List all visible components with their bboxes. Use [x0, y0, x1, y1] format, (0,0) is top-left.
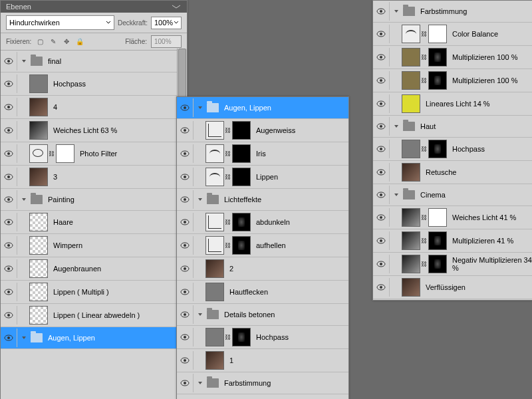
layer-thumbnail[interactable] — [29, 168, 48, 186]
layer-mask-thumbnail[interactable] — [232, 121, 251, 140]
link-icon[interactable]: ⛓ — [420, 261, 427, 267]
layer-thumbnail[interactable] — [29, 121, 48, 140]
layer-thumbnail[interactable] — [205, 121, 224, 140]
visibility-toggle[interactable] — [1, 144, 17, 163]
visibility-toggle[interactable] — [373, 94, 390, 113]
layer-row[interactable]: Hochpass — [1, 72, 187, 96]
visibility-toggle[interactable] — [1, 121, 17, 140]
layer-group[interactable]: Painting — [1, 189, 187, 211]
layer-thumbnail[interactable] — [402, 48, 420, 66]
visibility-toggle[interactable] — [373, 231, 390, 250]
layer-thumbnail[interactable] — [205, 144, 224, 163]
layer-mask-thumbnail[interactable] — [428, 25, 447, 43]
layer-group[interactable]: final — [1, 51, 187, 72]
link-icon[interactable]: ⛓ — [420, 214, 427, 221]
visibility-toggle[interactable] — [177, 190, 194, 209]
twirl-toggle[interactable] — [196, 105, 204, 110]
lock-all-icon[interactable]: 🔒 — [75, 37, 84, 47]
link-icon[interactable]: ⛓ — [224, 127, 231, 134]
visibility-toggle[interactable] — [373, 117, 390, 136]
visibility-toggle[interactable] — [1, 190, 17, 209]
visibility-toggle[interactable] — [177, 144, 194, 163]
layer-mask-thumbnail[interactable] — [232, 236, 251, 255]
layer-mask-thumbnail[interactable] — [56, 144, 74, 163]
layer-row[interactable]: Retusche — [373, 161, 532, 184]
layer-thumbnail[interactable] — [29, 306, 48, 325]
fill-input[interactable]: 100% — [151, 35, 182, 48]
visibility-toggle[interactable] — [373, 278, 390, 297]
layer-mask-thumbnail[interactable] — [428, 140, 447, 158]
lock-brush-icon[interactable]: ✎ — [49, 37, 58, 47]
layer-group[interactable]: Details betonen — [177, 304, 348, 326]
layer-group[interactable]: Augen, Lippen — [177, 97, 348, 119]
layer-row[interactable]: ⛓Hochpass — [373, 138, 532, 161]
layer-mask-thumbnail[interactable] — [428, 255, 447, 273]
layer-thumbnail[interactable] — [29, 236, 48, 255]
layer-thumbnail[interactable] — [402, 94, 420, 113]
layer-thumbnail[interactable] — [29, 74, 48, 93]
layer-row[interactable]: ⛓aufhellen — [177, 234, 348, 257]
visibility-toggle[interactable] — [1, 168, 17, 186]
twirl-toggle[interactable] — [20, 59, 28, 64]
layer-thumbnail[interactable] — [205, 351, 224, 370]
layer-thumbnail[interactable] — [29, 259, 48, 278]
layer-group[interactable]: Farbstimmung — [177, 372, 348, 394]
visibility-toggle[interactable] — [177, 351, 194, 370]
layer-thumbnail[interactable] — [29, 213, 48, 231]
visibility-toggle[interactable] — [1, 283, 17, 301]
layer-row[interactable]: 4 — [1, 96, 187, 119]
visibility-toggle[interactable] — [1, 213, 17, 231]
visibility-toggle[interactable] — [1, 98, 17, 116]
layer-row[interactable]: ⛓Multiplizieren 100 % — [373, 46, 532, 69]
layer-row[interactable]: Verflüssigen — [373, 276, 532, 299]
visibility-toggle[interactable] — [177, 98, 194, 117]
layer-thumbnail[interactable] — [402, 25, 420, 43]
layer-row[interactable]: ⛓Hochpass — [177, 326, 348, 349]
layer-thumbnail[interactable] — [402, 278, 420, 297]
layer-thumbnail[interactable] — [205, 168, 224, 186]
layer-thumbnail[interactable] — [402, 163, 420, 182]
layer-row[interactable]: 3 — [1, 166, 187, 189]
layer-group[interactable]: Haut — [373, 116, 532, 138]
layer-row[interactable]: ⛓Weiches Licht 41 % — [373, 206, 532, 229]
layer-row[interactable]: 1 — [177, 349, 348, 372]
layer-mask-thumbnail[interactable] — [428, 231, 447, 250]
layer-row[interactable]: ⛓Photo Filter — [1, 142, 187, 166]
layer-row[interactable]: ⛓abdunkeln — [177, 211, 348, 234]
twirl-toggle[interactable] — [20, 197, 28, 202]
twirl-toggle[interactable] — [196, 197, 204, 202]
link-icon[interactable]: ⛓ — [420, 146, 427, 152]
layer-group[interactable]: Cinema — [373, 184, 532, 206]
layer-row[interactable]: ⛓Augenweiss — [177, 119, 348, 142]
twirl-toggle[interactable] — [392, 124, 400, 129]
layer-thumbnail[interactable] — [29, 98, 48, 116]
layer-thumbnail[interactable] — [402, 231, 420, 250]
link-icon[interactable]: ⛓ — [224, 219, 231, 225]
twirl-toggle[interactable] — [392, 9, 400, 14]
layer-thumbnail[interactable] — [205, 236, 224, 255]
layer-thumbnail[interactable] — [205, 213, 224, 231]
visibility-toggle[interactable] — [177, 168, 194, 186]
layer-row[interactable]: ⛓Multiplizieren 41 % — [373, 229, 532, 253]
link-icon[interactable]: ⛓ — [224, 150, 231, 157]
layer-row[interactable]: Weiches Licht 63 % — [1, 119, 187, 142]
collapse-icon[interactable] — [171, 4, 182, 9]
layer-row[interactable]: 2 — [177, 257, 348, 281]
layer-group[interactable]: Lichteffekte — [177, 189, 348, 211]
link-icon[interactable]: ⛓ — [420, 54, 427, 61]
visibility-toggle[interactable] — [1, 74, 17, 93]
link-icon[interactable]: ⛓ — [224, 242, 231, 249]
lock-transparency-icon[interactable]: ▢ — [35, 37, 45, 47]
layer-row[interactable]: ⛓Color Balance — [373, 23, 532, 46]
layer-thumbnail[interactable] — [205, 283, 224, 301]
layer-row[interactable]: Lippen ( Multipli ) — [1, 281, 187, 304]
layer-mask-thumbnail[interactable] — [232, 168, 251, 186]
visibility-toggle[interactable] — [177, 236, 194, 255]
twirl-toggle[interactable] — [196, 380, 204, 386]
layer-thumbnail[interactable] — [402, 71, 420, 90]
visibility-toggle[interactable] — [177, 305, 194, 324]
link-icon[interactable]: ⛓ — [224, 174, 231, 180]
visibility-toggle[interactable] — [177, 328, 194, 346]
layer-row[interactable]: Haare — [1, 211, 187, 234]
twirl-toggle[interactable] — [196, 312, 204, 317]
